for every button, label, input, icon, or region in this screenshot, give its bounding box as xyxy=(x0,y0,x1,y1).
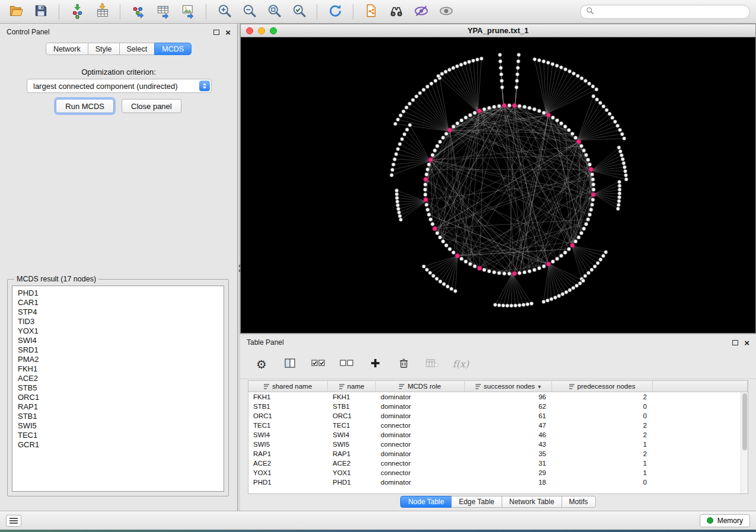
zoom-out-button[interactable] xyxy=(239,2,259,21)
search-input[interactable] xyxy=(598,7,744,16)
table-toolbar: ⚙ f(x) xyxy=(240,350,756,379)
close-panel-icon[interactable]: × xyxy=(225,28,231,37)
run-mcds-button[interactable]: Run MCDS xyxy=(56,99,114,113)
mcds-result-item[interactable]: STB5 xyxy=(12,383,224,393)
show-columns-button[interactable] xyxy=(282,357,298,372)
column-header[interactable]: MCDS role xyxy=(376,381,465,392)
mcds-result-item[interactable]: GCR1 xyxy=(12,440,224,450)
clear-all-checks-button[interactable] xyxy=(339,357,355,372)
eye-slash-icon xyxy=(413,3,429,21)
table-cell: 46 xyxy=(465,431,552,438)
mcds-result-item[interactable]: TID3 xyxy=(12,317,224,326)
select-all-checks-button[interactable] xyxy=(310,357,327,372)
mcds-result-item[interactable]: PMA2 xyxy=(12,355,224,364)
mcds-result-item[interactable]: CAR1 xyxy=(12,298,224,307)
import-network-button[interactable] xyxy=(67,2,87,21)
save-session-button[interactable] xyxy=(31,2,51,21)
export-table-button[interactable] xyxy=(153,2,173,21)
hide-edges-button[interactable] xyxy=(411,2,431,21)
table-row[interactable]: ORC1ORC1dominator610 xyxy=(248,411,741,421)
close-window-button[interactable] xyxy=(246,27,253,34)
table-row[interactable]: STB1STB1dominator620 xyxy=(248,402,741,411)
tab-motifs[interactable]: Motifs xyxy=(562,496,596,508)
tab-network[interactable]: Network xyxy=(46,43,88,55)
mcds-result-item[interactable]: SRD1 xyxy=(12,345,224,355)
table-cell: STB1 xyxy=(328,403,376,410)
table-row[interactable]: FKH1FKH1dominator962 xyxy=(248,392,741,402)
memory-button[interactable]: Memory xyxy=(700,514,750,527)
function-builder-button[interactable]: f(x) xyxy=(452,357,469,372)
maximize-window-button[interactable] xyxy=(270,27,277,34)
table-cell: dominator xyxy=(376,479,465,486)
show-graphics-details-button[interactable] xyxy=(436,2,456,21)
mcds-result-item[interactable]: ORC1 xyxy=(12,393,224,402)
column-header[interactable]: shared name xyxy=(248,381,328,392)
fx-icon: f(x) xyxy=(452,358,468,370)
scrollbar-thumb[interactable] xyxy=(742,393,747,450)
mcds-result-item[interactable]: YOX1 xyxy=(12,326,224,336)
table-row[interactable]: TEC1TEC1connector472 xyxy=(248,421,741,430)
table-row[interactable]: YOX1YOX1connector291 xyxy=(248,468,741,477)
zoom-selected-button[interactable] xyxy=(289,2,309,21)
network-canvas[interactable] xyxy=(241,37,755,333)
mcds-result-item[interactable]: STP4 xyxy=(12,307,224,317)
open-file-button[interactable] xyxy=(6,2,26,21)
create-column-button[interactable] xyxy=(367,357,384,372)
close-mcds-panel-button[interactable]: Close panel xyxy=(122,99,181,113)
mcds-result-item[interactable]: SWI4 xyxy=(12,336,224,345)
mcds-result-item[interactable]: FKH1 xyxy=(12,364,224,374)
search-network-button[interactable] xyxy=(386,2,406,21)
float-table-panel-button[interactable] xyxy=(732,340,738,345)
export-network-icon xyxy=(130,3,146,21)
search-box[interactable] xyxy=(580,5,750,19)
table-cell: 31 xyxy=(465,460,552,467)
zoom-in-button[interactable] xyxy=(214,2,234,21)
export-image-button[interactable] xyxy=(178,2,198,21)
trash-icon xyxy=(398,357,410,371)
table-row[interactable]: RAP1RAP1dominator352 xyxy=(248,449,741,459)
zoom-fit-button[interactable] xyxy=(264,2,284,21)
mcds-result-item[interactable]: SWI5 xyxy=(12,421,224,431)
column-header[interactable]: name xyxy=(328,381,376,392)
table-row[interactable]: SWI5SWI5connector431 xyxy=(248,440,741,449)
mcds-result-item[interactable]: ACE2 xyxy=(12,374,224,383)
sort-icon xyxy=(476,384,481,389)
network-window-titlebar[interactable]: YPA_prune.txt_1 xyxy=(241,24,755,37)
close-table-panel-button[interactable]: × xyxy=(744,338,749,347)
mcds-result-item[interactable]: TEC1 xyxy=(12,431,224,440)
tab-edge-table[interactable]: Edge Table xyxy=(451,496,502,508)
mcds-result-item[interactable]: STB1 xyxy=(12,412,224,421)
minimize-window-button[interactable] xyxy=(258,27,265,34)
optimization-criterion-select[interactable]: largest connected component (undirected) xyxy=(27,79,212,93)
mcds-result-item[interactable]: PHD1 xyxy=(12,289,224,298)
network-graph[interactable] xyxy=(241,37,755,332)
mcds-result-list[interactable]: PHD1CAR1STP4TID3YOX1SWI4SRD1PMA2FKH1ACE2… xyxy=(12,286,224,492)
show-panels-button[interactable] xyxy=(6,515,21,527)
table-row[interactable]: ACE2ACE2connector311 xyxy=(248,459,741,468)
tab-style[interactable]: Style xyxy=(88,43,120,55)
control-panel-header: Control Panel × xyxy=(0,24,237,40)
tab-mcds[interactable]: MCDS xyxy=(154,43,192,55)
table-options-button[interactable]: ⚙ xyxy=(253,357,270,372)
export-network-button[interactable] xyxy=(128,2,148,21)
application-window: Control Panel × NetworkStyleSelectMCDS O… xyxy=(0,0,756,532)
table-row[interactable]: PHD1PHD1dominator180 xyxy=(248,477,741,487)
share-document-button[interactable] xyxy=(361,2,381,21)
table-cell: 1 xyxy=(552,469,653,476)
table-scrollbar[interactable] xyxy=(741,392,748,493)
tab-select[interactable]: Select xyxy=(119,43,155,55)
mcds-result-group: MCDS result (17 nodes) PHD1CAR1STP4TID3Y… xyxy=(7,275,229,496)
chevron-down-icon[interactable]: ▾ xyxy=(538,383,541,390)
import-table-button[interactable] xyxy=(92,2,112,21)
mcds-result-item[interactable]: RAP1 xyxy=(12,402,224,412)
column-header[interactable]: predecessor nodes xyxy=(552,381,653,392)
delete-table-button[interactable] xyxy=(424,357,441,372)
delete-columns-button[interactable] xyxy=(395,357,412,372)
table-row[interactable]: SWI4SWI4dominator462 xyxy=(248,430,741,440)
float-panel-button[interactable] xyxy=(213,30,219,35)
refresh-view-button[interactable] xyxy=(325,2,345,21)
column-header[interactable]: successor nodes▾ xyxy=(465,381,552,392)
tab-node-table[interactable]: Node Table xyxy=(400,496,452,508)
tab-network-table[interactable]: Network Table xyxy=(502,496,562,508)
gear-icon: ⚙ xyxy=(256,358,267,370)
